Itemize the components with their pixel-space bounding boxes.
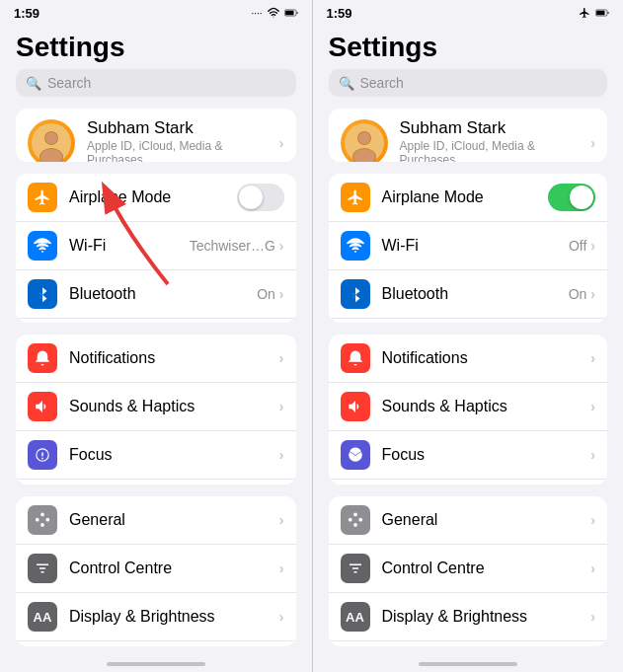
left-panel-content: Settings 🔍 Search Subham Stark bbox=[0, 24, 312, 658]
right-search-bar[interactable]: 🔍 Search bbox=[329, 69, 608, 97]
left-airplane-label: Airplane Mode bbox=[69, 188, 237, 206]
left-wifi-label: Wi-Fi bbox=[69, 237, 190, 255]
left-control-row[interactable]: Control Centre › bbox=[16, 545, 296, 593]
left-bluetooth-value: On bbox=[257, 286, 275, 302]
left-search-icon: 🔍 bbox=[26, 76, 41, 91]
airplane-status-icon bbox=[578, 7, 591, 19]
right-focus-chevron: › bbox=[590, 447, 595, 463]
left-wifi-value: Techwiser…G bbox=[190, 238, 275, 254]
right-profile-row[interactable]: Subham Stark Apple ID, iCloud, Media & P… bbox=[329, 109, 608, 162]
right-sounds-chevron: › bbox=[590, 399, 595, 414]
left-wifi-icon bbox=[34, 237, 51, 255]
left-screentime-row[interactable]: Screen Time › bbox=[16, 480, 296, 485]
left-general-label: General bbox=[69, 511, 279, 529]
left-wifi-row[interactable]: Wi-Fi Techwiser…G › bbox=[16, 222, 296, 270]
right-profile-name: Subham Stark bbox=[400, 118, 591, 138]
left-settings-title: Settings bbox=[0, 24, 312, 69]
left-sounds-icon-bg bbox=[28, 392, 57, 421]
left-mobile-row[interactable]: Mobile Data › bbox=[16, 319, 296, 324]
right-sounds-label: Sounds & Haptics bbox=[382, 398, 591, 415]
right-display-row[interactable]: AA Display & Brightness › bbox=[329, 593, 608, 641]
svg-rect-2 bbox=[285, 11, 293, 15]
sim-icon: ···· bbox=[251, 8, 262, 19]
right-bluetooth-row[interactable]: Bluetooth On › bbox=[329, 270, 608, 319]
left-airplane-toggle[interactable] bbox=[237, 184, 284, 211]
left-search-placeholder: Search bbox=[47, 75, 91, 91]
right-mobile-row[interactable]: Mobile Data Airplane Mode › bbox=[329, 319, 608, 324]
left-general-row[interactable]: General › bbox=[16, 496, 296, 545]
right-control-chevron: › bbox=[590, 560, 595, 576]
right-focus-icon-bg bbox=[341, 440, 370, 470]
right-screentime-row[interactable]: Screen Time › bbox=[329, 480, 608, 485]
right-focus-icon bbox=[347, 446, 364, 464]
left-bluetooth-icon bbox=[34, 285, 51, 303]
right-general-icon bbox=[347, 511, 364, 529]
svg-point-30 bbox=[354, 251, 356, 253]
right-profile-info: Subham Stark Apple ID, iCloud, Media & P… bbox=[400, 118, 591, 162]
right-airplane-icon bbox=[347, 188, 364, 206]
right-display-icon-bg: AA bbox=[341, 602, 370, 632]
right-wifi-label: Wi-Fi bbox=[382, 237, 569, 255]
right-control-row[interactable]: Control Centre › bbox=[329, 545, 608, 593]
left-bluetooth-icon-bg bbox=[28, 279, 57, 309]
left-bluetooth-row[interactable]: Bluetooth On › bbox=[16, 270, 296, 319]
left-home-indicator bbox=[107, 662, 205, 666]
svg-rect-24 bbox=[596, 11, 604, 15]
left-notifications-row[interactable]: Notifications › bbox=[16, 335, 296, 383]
left-notifications-icon bbox=[34, 349, 51, 367]
left-focus-label: Focus bbox=[69, 446, 279, 464]
left-display-chevron: › bbox=[279, 609, 284, 625]
right-wifi-icon-bg bbox=[341, 231, 370, 261]
right-airplane-row[interactable]: Airplane Mode bbox=[329, 174, 608, 222]
right-general-label: General bbox=[382, 511, 591, 529]
right-homescreen-row[interactable]: Home Screen › bbox=[329, 641, 608, 646]
right-airplane-icon-bg bbox=[341, 183, 370, 212]
right-bluetooth-icon bbox=[347, 285, 364, 303]
right-wifi-row[interactable]: Wi-Fi Off › bbox=[329, 222, 608, 270]
left-profile-chevron: › bbox=[279, 135, 284, 151]
left-profile-name: Subham Stark bbox=[87, 118, 279, 138]
right-notifications-icon-bg bbox=[341, 343, 370, 373]
left-display-row[interactable]: AA Display & Brightness › bbox=[16, 593, 296, 641]
left-airplane-icon bbox=[34, 188, 51, 206]
battery-status-icon bbox=[284, 7, 298, 19]
left-airplane-icon-bg bbox=[28, 183, 57, 212]
svg-point-0 bbox=[273, 17, 273, 18]
left-status-bar: 1:59 ···· bbox=[0, 0, 312, 24]
left-homescreen-row[interactable]: Home Screen › bbox=[16, 641, 296, 646]
left-sounds-row[interactable]: Sounds & Haptics › bbox=[16, 383, 296, 431]
right-home-indicator bbox=[419, 662, 517, 666]
left-airplane-toggle-thumb bbox=[239, 186, 263, 209]
right-search-icon: 🔍 bbox=[339, 76, 354, 91]
right-profile-group: Subham Stark Apple ID, iCloud, Media & P… bbox=[329, 109, 608, 162]
left-focus-row[interactable]: Focus › bbox=[16, 431, 296, 480]
left-profile-row[interactable]: Subham Stark Apple ID, iCloud, Media & P… bbox=[16, 109, 296, 162]
right-notifications-label: Notifications bbox=[382, 349, 591, 367]
right-airplane-label: Airplane Mode bbox=[382, 188, 549, 206]
right-settings-title: Settings bbox=[313, 24, 624, 69]
right-notification-group: Notifications › Sounds & Haptics › bbox=[329, 335, 608, 485]
left-airplane-row[interactable]: Airplane Mode bbox=[16, 174, 296, 222]
svg-point-6 bbox=[45, 132, 57, 144]
right-airplane-toggle[interactable] bbox=[548, 184, 595, 211]
right-notifications-row[interactable]: Notifications › bbox=[329, 335, 608, 383]
right-bluetooth-label: Bluetooth bbox=[382, 285, 569, 303]
left-profile-group: Subham Stark Apple ID, iCloud, Media & P… bbox=[16, 109, 296, 162]
right-wifi-value: Off bbox=[569, 238, 586, 254]
left-search-bar[interactable]: 🔍 Search bbox=[16, 69, 296, 97]
left-profile-info: Subham Stark Apple ID, iCloud, Media & P… bbox=[87, 118, 279, 162]
left-wifi-chevron: › bbox=[279, 238, 284, 254]
right-sounds-row[interactable]: Sounds & Haptics › bbox=[329, 383, 608, 431]
right-focus-row[interactable]: Focus › bbox=[329, 431, 608, 480]
left-status-time: 1:59 bbox=[14, 6, 39, 21]
right-display-icon: AA bbox=[346, 610, 364, 625]
right-phone-panel: 1:59 Settings 🔍 Search bbox=[312, 0, 624, 672]
left-notifications-icon-bg bbox=[28, 343, 57, 373]
left-control-icon-bg bbox=[28, 554, 57, 583]
right-general-row[interactable]: General › bbox=[329, 496, 608, 545]
left-phone-panel: 1:59 ···· Settings 🔍 Search bbox=[0, 0, 312, 672]
right-status-time: 1:59 bbox=[327, 6, 352, 21]
right-panel-content: Settings 🔍 Search Subham Stark bbox=[313, 24, 624, 658]
left-focus-icon-bg bbox=[28, 440, 57, 470]
left-sounds-chevron: › bbox=[279, 399, 284, 414]
